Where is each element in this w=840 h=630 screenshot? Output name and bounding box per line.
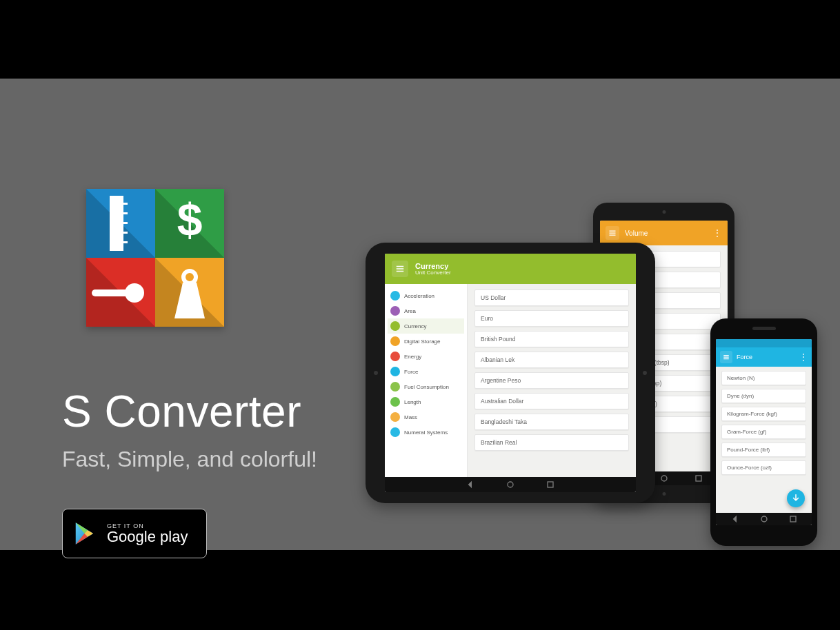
list-item[interactable]: Pound-Force (lbf) [721,443,806,457]
list-item[interactable]: Kilogram-Force (kgf) [721,407,806,421]
app-title: S Converter [62,386,301,437]
nav-back-icon[interactable] [730,514,741,525]
badge-brand: Google [107,528,156,545]
sidebar-item-label: Length [404,399,421,405]
sidebar-item[interactable]: Area [388,303,464,318]
list-item[interactable]: US Dollar [474,289,629,306]
svg-rect-5 [123,232,128,234]
sidebar-item-label: Energy [404,354,421,360]
svg-point-11 [125,283,144,303]
list-item[interactable]: Newton (N) [721,371,806,385]
badge-text: GET IT ON Google play [107,522,188,545]
icon-quadrant-dollar: $ [155,189,224,258]
sidebar-item[interactable]: Numeral Systems [388,425,464,440]
android-navbar [385,477,636,492]
icon-quadrant-ruler [86,189,155,258]
tablet-l-sidebar: AccelerationAreaCurrencyDigital StorageE… [385,284,468,477]
sidebar-item[interactable]: Energy [388,349,464,364]
tablet-p-appbar: Volume ⋮ [600,221,728,245]
icon-quadrant-thermometer [86,258,155,327]
list-item[interactable]: Australian Dollar [474,393,629,409]
phone-title: Force [737,354,795,360]
sidebar-item-label: Mass [404,414,417,420]
tablet-l-subtitle: Unit Converter [415,270,451,276]
category-color-icon [390,412,400,422]
list-item[interactable]: Bangladeshi Taka [474,414,629,430]
svg-rect-3 [123,212,128,214]
nav-recents-icon[interactable] [545,479,556,490]
app-icon: $ [86,189,224,327]
sidebar-item-label: Acceleration [404,293,434,299]
nav-recents-icon[interactable] [693,473,704,484]
app-subtitle: Fast, Simple, and colorful! [62,447,317,472]
tablet-landscape: Currency Unit Converter AccelerationArea… [366,243,655,503]
list-item[interactable]: Argentine Peso [474,372,629,389]
sidebar-item[interactable]: Mass [388,409,464,425]
category-color-icon [390,321,400,331]
svg-text:$: $ [177,194,203,245]
sidebar-item[interactable]: Force [388,364,464,379]
svg-rect-18 [696,476,701,481]
menu-icon[interactable] [606,226,619,240]
sidebar-item[interactable]: Digital Storage [388,334,464,349]
promo-banner: $ S Converter Fast, Simple, and colorful… [0,79,840,550]
category-color-icon [390,427,400,437]
tablet-l-title: Currency [415,262,451,270]
list-item[interactable]: Euro [474,310,629,327]
svg-point-17 [661,476,667,481]
sidebar-item[interactable]: Currency [388,318,464,334]
overflow-icon[interactable]: ⋮ [712,227,722,238]
overflow-icon[interactable]: ⋮ [799,352,808,362]
phone: Force ⋮ Newton (N)Dyne (dyn)Kilogram-For… [710,318,817,546]
play-store-icon [72,520,99,547]
category-color-icon [390,336,400,346]
svg-point-22 [508,482,513,487]
sidebar-item[interactable]: Fuel Consumption [388,379,464,394]
phone-appbar: Force ⋮ [716,347,812,367]
menu-icon[interactable] [720,351,732,363]
category-color-icon [390,306,400,316]
list-item[interactable]: Gram-Force (gf) [721,425,806,439]
fab-button[interactable] [787,489,805,507]
sidebar-item-label: Digital Storage [404,338,440,345]
sidebar-item[interactable]: Length [388,394,464,409]
nav-back-icon[interactable] [465,479,476,490]
nav-home-icon[interactable] [659,473,670,484]
sidebar-item-label: Numeral Systems [404,429,448,436]
sidebar-item-label: Fuel Consumption [404,384,449,390]
device-mockups: Volume ⋮ US Gallon (gal)US Quart (qt)US … [366,243,821,573]
svg-point-13 [183,271,196,283]
category-color-icon [390,352,400,361]
nav-home-icon[interactable] [759,514,770,525]
list-item[interactable]: British Pound [474,331,629,347]
menu-icon[interactable] [392,261,408,277]
nav-home-icon[interactable] [505,479,516,490]
sidebar-item-label: Force [404,369,418,375]
svg-point-27 [761,516,767,522]
tablet-l-appbar: Currency Unit Converter [385,254,636,284]
sidebar-item-label: Area [404,308,416,314]
tablet-p-title: Volume [625,230,707,237]
list-item[interactable]: Brazilian Real [474,434,629,451]
sidebar-item-label: Currency [404,323,426,329]
sidebar-item[interactable]: Acceleration [388,288,464,303]
icon-quadrant-weight [155,258,224,327]
list-item[interactable]: Dyne (dyn) [721,389,806,403]
svg-rect-23 [548,482,553,487]
category-color-icon [390,397,400,407]
svg-rect-2 [123,203,128,205]
svg-rect-1 [110,196,123,251]
svg-rect-4 [123,222,128,224]
category-color-icon [390,291,400,301]
tablet-l-main: US DollarEuroBritish PoundAlbanian LekAr… [468,284,636,477]
svg-rect-6 [123,241,128,243]
nav-recents-icon[interactable] [788,514,799,525]
google-play-badge[interactable]: GET IT ON Google play [62,509,207,558]
svg-rect-28 [790,516,796,522]
list-item[interactable]: Albanian Lek [474,352,629,368]
android-navbar [716,513,812,525]
list-item[interactable]: Ounce-Force (ozf) [721,460,806,475]
category-color-icon [390,367,400,376]
category-color-icon [390,382,400,392]
badge-suffix: play [160,528,188,545]
